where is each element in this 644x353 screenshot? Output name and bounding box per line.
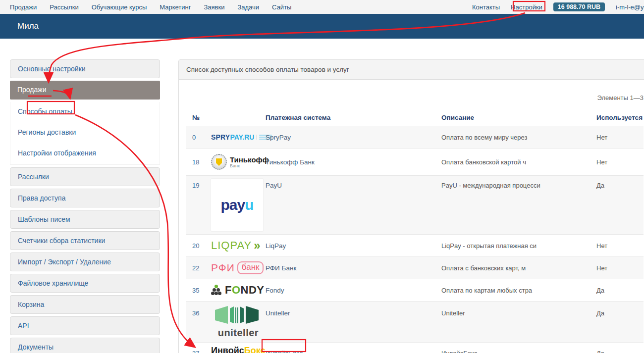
col-header-used: Используется [592,109,644,126]
payment-system-link[interactable]: Тинькофф Банк [266,158,441,166]
top-menu-bar: Продажи Рассылки Обучающие курсы Маркети… [0,0,644,14]
menu-item-kontakty[interactable]: Контакты [472,3,500,11]
table-row[interactable]: 0 SPRYPAY.RU SpryPay Оплата по всему мир… [186,126,644,149]
table-row[interactable]: 22 РФИбанк РФИ Банк Оплата с банковских … [186,257,644,279]
col-header-system: Платежная система [266,109,441,126]
sprypay-logo: SPRYPAY.RU [211,130,266,145]
sidebar-item-dokumenty[interactable]: Документы [10,338,160,353]
menu-item-sayty[interactable]: Сайты [272,3,291,11]
table-row[interactable]: 35 FONDY Fondy Оплата по картам любых ст… [186,279,644,302]
panel-title: Список доступных способов оплаты товаров… [179,60,644,80]
sidebar-item-regiony-dostavki[interactable]: Регионы доставки [10,123,160,144]
page-title: Мила [17,21,39,31]
payment-system-link[interactable]: Fondy [266,287,441,294]
fondy-dots-icon [211,285,222,296]
table-row[interactable]: 36 uniteller Uniteller [186,302,644,343]
uniteller-logo: uniteller [211,302,266,342]
payment-methods-table: № Платежная система Описание Используетс… [186,109,644,353]
payment-system-link[interactable]: SpryPay [266,134,441,141]
sidebar-item-shablony-pisem[interactable]: Шаблоны писем [10,210,160,229]
menu-item-nastroyki[interactable]: Настройки [511,3,542,11]
payment-system-link[interactable]: ИнвойсБокс [266,350,441,353]
table-row[interactable]: 19 payu PayU PayU - международная процес… [186,176,644,235]
liqpay-chevrons-icon: » [254,239,260,252]
sidebar-item-schetchiki[interactable]: Счетчики сбора статистики [10,231,160,250]
sidebar-item-prava-dostupa[interactable]: Права доступа [10,189,160,207]
sidebar-item-osnovnye-nastroyki[interactable]: Основные настройки [10,59,160,78]
menu-item-marketing[interactable]: Маркетинг [160,3,191,11]
sidebar-item-sposoby-oplaty[interactable]: Способы оплаты [10,102,160,123]
payment-system-link[interactable]: РФИ Банк [266,264,441,272]
rfi-bank-logo: РФИбанк [211,258,266,277]
table-row[interactable]: 37 ИнвойсБокс Удобно, Просто, Ответствен… [186,343,644,353]
payment-system-link[interactable]: PayU [266,176,441,189]
sidebar-item-prodazhi-selected[interactable]: Продажи [10,81,160,100]
liqpay-logo: LIQPAY» [211,236,266,255]
fondy-logo: FONDY [211,281,266,300]
payu-logo: payu [211,176,266,234]
menu-item-zayavki[interactable]: Заявки [204,3,224,11]
uniteller-shapes-icon [211,305,261,325]
sidebar-item-rassylki[interactable]: Рассылки [10,167,160,186]
menu-item-rassylki[interactable]: Рассылки [50,3,78,11]
sidebar-submenu: Способы оплаты Регионы доставки Настройк… [10,102,160,165]
sidebar-item-nastroyki-otobrazheniya[interactable]: Настройки отображения [10,144,160,164]
user-email[interactable]: i-m-l-e@yan [616,3,644,11]
invoicebox-logo: ИнвойсБокс Удобно, Просто, Ответственно [211,343,266,353]
table-header-row: № Платежная система Описание Используетс… [186,109,644,126]
col-header-spacer [211,113,266,122]
tinkoff-emblem-icon [211,154,227,170]
menu-item-prodazhi[interactable]: Продажи [10,3,37,11]
payment-methods-panel: Список доступных способов оплаты товаров… [178,59,644,353]
sidebar-item-api[interactable]: API [10,316,160,335]
table-row[interactable]: 18 Тинькофф Банк Тинькофф Банк Оплата ба… [186,149,644,176]
col-header-desc: Описание [441,109,592,126]
sidebar-item-korzina[interactable]: Корзина [10,295,160,314]
sidebar-item-import-export[interactable]: Импорт / Экспорт / Удаление [10,252,160,271]
payment-system-link[interactable]: LiqPay [266,242,441,250]
tinkoff-logo: Тинькофф Банк [211,151,266,173]
elements-counter: Элементы 1—3 [186,94,644,101]
table-row[interactable]: 20 LIQPAY» LiqPay LiqPay - открытая плат… [186,235,644,257]
col-header-num: № [186,109,211,126]
menu-item-zadachi[interactable]: Задачи [237,3,259,11]
top-menu: Продажи Рассылки Обучающие курсы Маркети… [10,3,291,11]
menu-item-kursy[interactable]: Обучающие курсы [92,3,147,11]
settings-sidebar: Основные настройки Продажи Способы оплат… [10,59,160,353]
payment-system-link[interactable]: Uniteller [266,302,441,317]
balance-badge[interactable]: 16 988.70 RUB [553,2,605,11]
sidebar-item-faylovoe-hranilishche[interactable]: Файловое хранилище [10,274,160,293]
page-header: Мила [0,14,644,39]
